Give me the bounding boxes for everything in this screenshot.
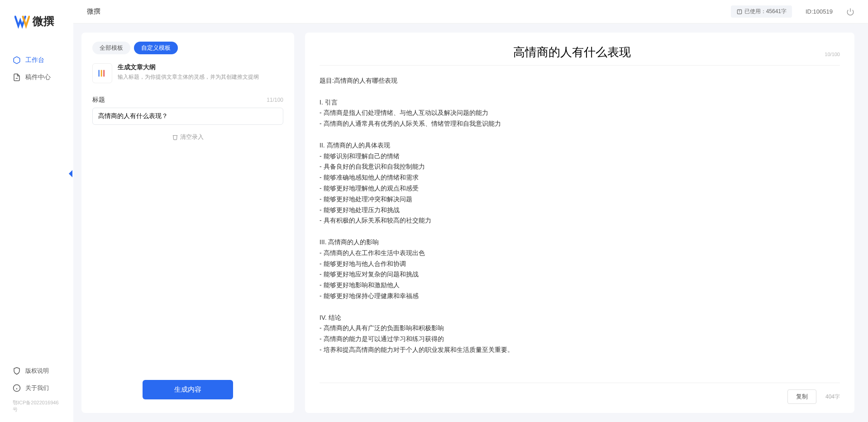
main: 微撰 T 已使用：45641字 ID:100519 全部模板 自定义模板 xyxy=(73,0,868,422)
template-icon xyxy=(92,63,112,83)
collapse-sidebar-icon[interactable] xyxy=(67,168,74,179)
output-title-char-count: 10/100 xyxy=(825,52,840,57)
tab-all-templates[interactable]: 全部模板 xyxy=(92,42,130,54)
page-title: 微撰 xyxy=(87,7,100,16)
title-field-label: 标题 xyxy=(92,96,105,104)
template-title: 生成文章大纲 xyxy=(118,63,259,71)
generate-button[interactable]: 生成内容 xyxy=(143,380,233,399)
user-id: ID:100519 xyxy=(806,8,833,15)
logo: 微撰 xyxy=(0,14,73,29)
trash-icon xyxy=(172,134,178,140)
topbar: 微撰 T 已使用：45641字 ID:100519 xyxy=(73,0,868,24)
sidebar-bottom: 版权说明 关于我们 鄂ICP备2022016946号 xyxy=(0,362,73,422)
tab-custom-templates[interactable]: 自定义模板 xyxy=(134,42,178,54)
usage-text: 已使用：45641字 xyxy=(744,8,787,15)
input-panel: 全部模板 自定义模板 生成文章大纲 输入标题，为你提供文章主体的灵感，并为其创建… xyxy=(81,33,294,413)
nav-main: 工作台 稿件中心 xyxy=(0,52,73,362)
sidebar-item-copyright[interactable]: 版权说明 xyxy=(0,362,73,379)
output-title-input[interactable] xyxy=(320,45,825,59)
usage-badge: T 已使用：45641字 xyxy=(731,5,792,18)
sidebar: 微撰 工作台 稿件中心 版权说明 关于我们 鄂ICP备2022016946号 xyxy=(0,0,73,422)
sidebar-item-label: 稿件中心 xyxy=(25,73,51,81)
content-area: 全部模板 自定义模板 生成文章大纲 输入标题，为你提供文章主体的灵感，并为其创建… xyxy=(73,24,868,422)
svg-text:T: T xyxy=(738,10,740,13)
logo-text: 微撰 xyxy=(33,14,54,28)
template-tabs: 全部模板 自定义模板 xyxy=(92,42,283,54)
template-desc: 输入标题，为你提供文章主体的灵感，并为其创建推文提纲 xyxy=(118,73,259,81)
clear-button[interactable]: 清空录入 xyxy=(92,133,283,141)
output-footer: 复制 404字 xyxy=(320,383,840,404)
cube-icon xyxy=(13,56,21,64)
logo-icon xyxy=(14,14,30,29)
sidebar-item-workspace[interactable]: 工作台 xyxy=(0,52,73,69)
sidebar-item-label: 工作台 xyxy=(25,56,44,64)
clear-label: 清空录入 xyxy=(180,133,204,141)
sidebar-item-about[interactable]: 关于我们 xyxy=(0,379,73,397)
output-panel: 10/100 题目:高情商的人有哪些表现 I. 引言 - 高情商是指人们处理情绪… xyxy=(305,33,854,413)
sidebar-item-label: 关于我们 xyxy=(25,384,49,392)
word-count: 404字 xyxy=(825,393,840,401)
shield-icon xyxy=(13,367,21,375)
template-card: 生成文章大纲 输入标题，为你提供文章主体的灵感，并为其创建推文提纲 xyxy=(92,63,283,83)
icp-text: 鄂ICP备2022016946号 xyxy=(0,399,73,413)
doc-icon xyxy=(13,73,21,81)
power-icon[interactable] xyxy=(846,8,854,16)
title-char-count: 11/100 xyxy=(267,97,283,103)
sidebar-item-label: 版权说明 xyxy=(25,367,49,375)
copy-button[interactable]: 复制 xyxy=(787,389,816,404)
sidebar-item-docs[interactable]: 稿件中心 xyxy=(0,69,73,86)
text-icon: T xyxy=(736,9,743,15)
info-icon xyxy=(13,384,21,392)
title-input[interactable] xyxy=(92,108,283,125)
output-body[interactable]: 题目:高情商的人有哪些表现 I. 引言 - 高情商是指人们处理情绪、与他人互动以… xyxy=(320,76,840,378)
